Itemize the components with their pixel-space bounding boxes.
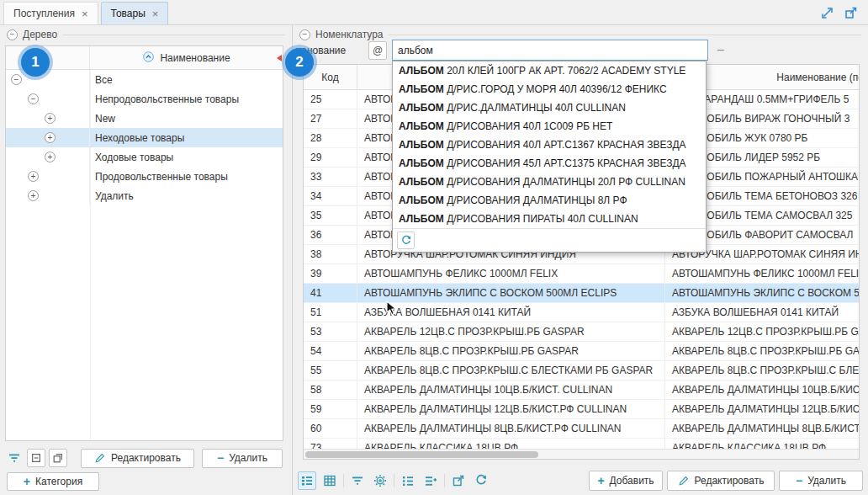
suggestion-item[interactable]: АЛЬБОМ Д/РИСОВАНИЯ ДАЛМАТИНЦЫ 8Л РФ [393, 191, 706, 210]
suggestion-item[interactable]: АЛЬБОМ Д/РИС.ДАЛМАТИНЦЫ 40Л CULLINAN [393, 98, 706, 117]
collapse-group-icon[interactable]: − [7, 29, 18, 40]
filter-lines-icon[interactable] [5, 449, 24, 467]
add-button[interactable]: + Добавить [589, 471, 663, 491]
table-row[interactable]: 59 АКВАРЕЛЬ ДАЛМАТИНЦЫ 12ЦВ.Б/КИСТ.РФ CU… [304, 400, 860, 419]
step-badge-1: 1 [21, 48, 50, 77]
tree-header-label: Наименование [160, 52, 230, 64]
tree-expander-icon[interactable]: + [28, 171, 39, 182]
horizontal-scrollbar[interactable] [304, 449, 859, 459]
suggestion-match: АЛЬБОМ [399, 102, 444, 114]
cell-code: 60 [304, 419, 357, 438]
delete-button[interactable]: − Удалить [202, 449, 283, 468]
tree-expander-cell: + [6, 167, 90, 186]
refresh-icon[interactable] [472, 471, 490, 490]
cell-fullname: АКВАРЕЛЬ ДАЛМАТИНЦЫ 12ЦВ.Б/КИСТ.РФ CULLI… [665, 400, 860, 418]
cell-name: АВТОШАМПУНЬ ЭКЛИПС С ВОСКОМ 500МЛ ECLIPS [357, 284, 665, 302]
tab-close-icon[interactable]: × [152, 8, 159, 19]
tree-row[interactable]: + Неходовые товары [6, 128, 283, 147]
tree-row[interactable]: + Ходовые товары [6, 147, 283, 167]
suggestion-rest: Д/РИС.ГОРОД У МОРЯ 40Л 40396/12 ФЕНИКС [444, 83, 667, 95]
table-row[interactable]: 39 АВТОШАМПУНЬ ФЕЛИКС 1000МЛ FELIX АВТОШ… [304, 264, 860, 284]
tree-expander-icon[interactable]: + [45, 132, 56, 143]
popout-icon[interactable] [844, 6, 858, 19]
suggestion-item[interactable]: АЛЬБОМ Д/РИС.ГОРОД У МОРЯ 40Л 40396/12 Ф… [393, 80, 706, 98]
toolbar-separator [343, 474, 344, 487]
table-row[interactable]: 60 АКВАРЕЛЬ ДАЛМАТИНЦЫ 8ЦВ.Б/КИСТ.РФ CUL… [304, 419, 860, 439]
cell-code: 51 [304, 303, 357, 322]
cell-code: 58 [304, 381, 357, 399]
remove-filter-button[interactable]: − [717, 44, 724, 57]
catalog-toolbar: + Добавить Редактировать − Удалить [298, 466, 863, 495]
open-external-icon[interactable] [449, 471, 468, 490]
mouse-cursor [386, 301, 401, 317]
cards-view-icon[interactable] [298, 471, 316, 490]
search-suggestions-dropdown: АЛЬБОМ 20Л КЛЕЙ 100ГР АК АРТ. 7062/2 ACA… [392, 61, 707, 253]
suggestion-item[interactable]: АЛЬБОМ Д/РИСОВАНИЯ 40Л 1С009 РБ НЕТ [393, 117, 706, 136]
tree-row[interactable]: + Удалить [6, 186, 283, 205]
refresh-suggestions-button[interactable] [397, 232, 415, 249]
checklist-icon[interactable] [421, 471, 440, 490]
table-row[interactable]: 58 АКВАРЕЛЬ ДАЛМАТИНЦЫ 10ЦВ.Б/КИСТ. CULL… [304, 381, 860, 400]
tree-rows: − Все − Непродовольственные товары [6, 70, 283, 205]
delete-button-label: Удалить [807, 475, 846, 487]
collapse-group-icon[interactable]: − [299, 29, 310, 40]
tree-expander-cell: − [6, 89, 90, 109]
filter-icon[interactable] [348, 471, 367, 490]
cell-code: 59 [304, 400, 357, 418]
table-row[interactable]: 53 АКВАРЕЛЬ 12ЦВ.С ПРОЗР.КРЫШ.РБ GASPAR … [304, 322, 860, 342]
suggestion-match: АЛЬБОМ [399, 83, 444, 95]
suggestion-item[interactable]: АЛЬБОМ Д/РИСОВАНИЯ ПИРАТЫ 40Л CULLINAN [393, 210, 706, 228]
expand-icon[interactable] [821, 6, 834, 19]
tree-expander-icon[interactable]: − [28, 93, 39, 104]
cell-fullname: АКВАРЕЛЬ КЛАССИКА 18ЦВ РФ [665, 439, 860, 449]
collapse-all-button[interactable] [27, 449, 45, 467]
at-button[interactable]: @ [368, 41, 387, 60]
tab-close-icon[interactable]: × [82, 8, 88, 19]
cell-code: 27 [304, 109, 357, 128]
suggestion-item[interactable]: АЛЬБОМ 20Л КЛЕЙ 100ГР АК АРТ. 7062/2 ACA… [393, 61, 706, 80]
cell-name: АКВАРЕЛЬ 8ЦВ.С ПРОЗР.КРЫШ.С БЛЕСТКАМИ РБ… [357, 361, 665, 380]
expand-all-button[interactable] [49, 449, 67, 467]
search-input[interactable] [392, 40, 708, 61]
tree-expander-cell: + [6, 147, 90, 167]
table-row[interactable]: 54 АКВАРЕЛЬ 8ЦВ.С ПРОЗР.КРЫШ.РБ GASPAR А… [304, 342, 860, 361]
table-row[interactable]: 55 АКВАРЕЛЬ 8ЦВ.С ПРОЗР.КРЫШ.С БЛЕСТКАМИ… [304, 361, 860, 381]
tab-bar: Поступления × Товары × [0, 0, 868, 25]
cell-fullname: АКВАРЕЛЬ ДАЛМАТИНЦЫ 8ЦВ.Б/КИСТ.РФ CULLIN… [665, 419, 860, 438]
cell-fullname: АЗБУКА ВОЛШЕБНАЯ 0141 КИТАЙ [665, 303, 860, 322]
suggestion-item[interactable]: АЛЬБОМ Д/РИСОВАНИЯ 40Л АРТ.С1367 КРАСНАЯ… [393, 136, 706, 154]
cell-name: АКВАРЕЛЬ ДАЛМАТИНЦЫ 8ЦВ.Б/КИСТ.РФ CULLIN… [357, 419, 665, 438]
tree-expander-icon[interactable]: + [28, 190, 39, 201]
tree-header-name-column[interactable]: Наименование [90, 46, 283, 69]
numbered-list-icon[interactable] [399, 471, 417, 490]
tree-row-label: Ходовые товары [95, 152, 173, 163]
tree-row[interactable]: − Все [6, 70, 283, 89]
suggestion-rest: Д/РИС.ДАЛМАТИНЦЫ 40Л CULLINAN [444, 102, 626, 114]
cell-code: 73 [304, 439, 357, 449]
tree-expander-icon[interactable]: − [11, 74, 22, 85]
tree-row[interactable]: + New [6, 109, 283, 128]
category-button[interactable]: + Категория [7, 472, 99, 491]
tree-row[interactable]: − Непродовольственные товары [6, 89, 283, 109]
tree-expander-icon[interactable]: + [45, 152, 56, 162]
suggestion-item[interactable]: АЛЬБОМ Д/РИСОВАНИЯ ДАЛМАТИНЦЫ 20Л РФ CUL… [393, 173, 706, 191]
tree-row[interactable]: + Продовольственные товары [6, 167, 283, 186]
catalog-panel-title: Номенклатура [315, 29, 384, 40]
settings-gear-icon[interactable] [371, 471, 389, 490]
category-button-label: Категория [35, 476, 82, 487]
edit-button[interactable]: Редактировать [667, 471, 775, 491]
suggestion-item[interactable]: АЛЬБОМ Д/РИСОВАНИЯ 45Л АРТ.С1375 КРАСНАЯ… [393, 154, 706, 173]
tree-expander-icon[interactable]: + [45, 113, 56, 124]
suggestion-list: АЛЬБОМ 20Л КЛЕЙ 100ГР АК АРТ. 7062/2 ACA… [393, 61, 706, 228]
table-view-icon[interactable] [320, 471, 339, 490]
tree-row-label: Неходовые товары [95, 132, 184, 144]
table-row[interactable]: 73 АКВАРЕЛЬ КЛАССИКА 18ЦВ РФ АКВАРЕЛЬ КЛ… [304, 439, 860, 449]
tab[interactable]: Поступления × [3, 2, 98, 24]
delete-button[interactable]: − Удалить [779, 471, 863, 491]
cell-code: 38 [304, 245, 357, 263]
suggestion-rest: 20Л КЛЕЙ 100ГР АК АРТ. 7062/2 ACADEMY ST… [444, 65, 686, 77]
tab[interactable]: Товары × [101, 2, 169, 24]
cell-name: АКВАРЕЛЬ КЛАССИКА 18ЦВ РФ [357, 439, 665, 449]
edit-button[interactable]: Редактировать [81, 449, 194, 468]
scrollbar-thumb[interactable] [305, 451, 538, 458]
